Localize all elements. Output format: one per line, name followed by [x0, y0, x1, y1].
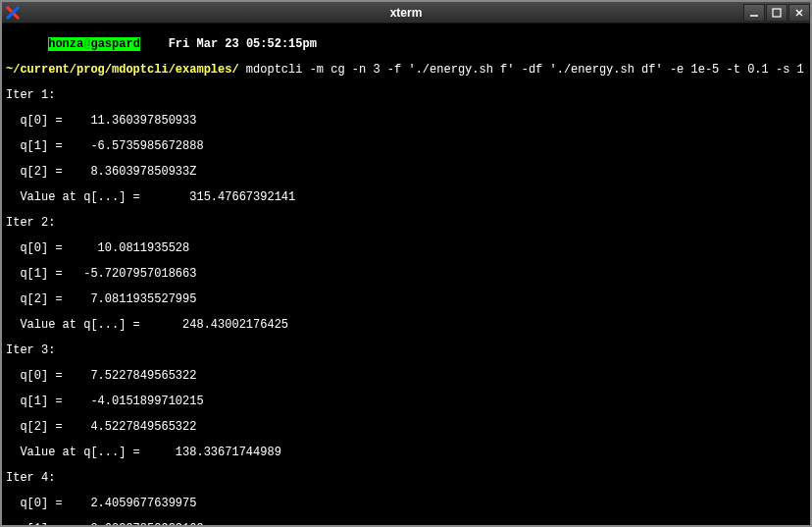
output-line: q[0] = 7.5227849565322 — [6, 370, 806, 383]
window-title: xterm — [390, 6, 423, 20]
output-line: q[0] = 10.0811935528 — [6, 242, 806, 255]
output-line: q[2] = 7.0811935527995 — [6, 293, 806, 306]
output-line: q[1] = -6.5735985672888 — [6, 140, 806, 153]
terminal-area[interactable]: honza@gaspard Fri Mar 23 05:52:15pm ~/cu… — [2, 24, 810, 525]
output-line: q[1] = -5.7207957018663 — [6, 268, 806, 281]
app-icon — [4, 4, 22, 22]
close-button[interactable] — [788, 4, 810, 22]
command-text: mdoptcli -m cg -n 3 -f './energy.sh f' -… — [246, 63, 810, 77]
output-line: q[0] = 11.360397850933 — [6, 115, 806, 128]
xterm-window: xterm honza@gaspard Fri Mar 23 05:52:15p… — [0, 0, 812, 527]
minimize-button[interactable] — [743, 4, 765, 22]
output-line: Iter 3: — [6, 344, 806, 357]
output-line: q[1] = -4.0151899710215 — [6, 395, 806, 408]
output-line: q[1] = -0.60397850933169 — [6, 523, 806, 525]
svg-rect-3 — [773, 9, 781, 17]
window-controls — [742, 4, 810, 22]
output-line: Iter 1: — [6, 89, 806, 102]
output-line: q[0] = 2.4059677639975 — [6, 498, 806, 510]
maximize-button[interactable] — [766, 4, 787, 22]
command-line: ~/current/prog/mdoptcli/examples/ mdoptc… — [6, 64, 806, 77]
prompt-path: ~/current/prog/mdoptcli/examples/ — [6, 63, 239, 77]
output-line: Value at q[...] = 248.43002176425 — [6, 319, 806, 332]
output-line: Iter 4: — [6, 472, 806, 485]
titlebar[interactable]: xterm — [2, 2, 810, 24]
output-line: Value at q[...] = 138.33671744989 — [6, 447, 806, 459]
output-line: q[2] = 8.360397850933Z — [6, 166, 806, 179]
prompt-line-1: honza@gaspard Fri Mar 23 05:52:15pm — [6, 38, 806, 51]
output-line: q[2] = 4.5227849565322 — [6, 421, 806, 434]
output-line: Value at q[...] = 315.47667392141 — [6, 191, 806, 204]
prompt-date: Fri Mar 23 05:52:15pm — [169, 37, 317, 51]
output-line: Iter 2: — [6, 217, 806, 230]
prompt-user: honza — [48, 37, 83, 51]
prompt-host: gaspard — [90, 37, 139, 51]
